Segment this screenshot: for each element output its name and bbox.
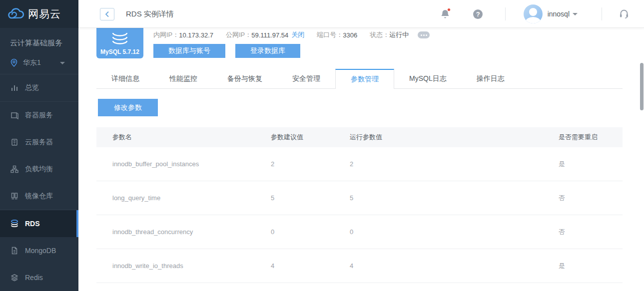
param-running: 5 xyxy=(350,194,559,202)
sidebar-item-label: 云服务器 xyxy=(25,138,53,147)
registry-icon xyxy=(10,192,19,201)
sidebar-item-label: Redis xyxy=(25,274,43,282)
database-cylinder-icon xyxy=(109,32,131,47)
database-icon xyxy=(10,219,19,228)
question-icon: ? xyxy=(473,9,483,19)
sidebar-item-overview[interactable]: 总览 xyxy=(0,74,78,101)
sidebar-item-container-service[interactable]: 容器服务 xyxy=(0,102,78,129)
avatar[interactable] xyxy=(524,4,543,23)
back-button[interactable] xyxy=(100,8,114,20)
user-menu[interactable]: innosql xyxy=(548,10,570,18)
region-label: 华东1 xyxy=(23,58,41,67)
sidebar-item-rds[interactable]: RDS xyxy=(0,210,78,237)
tab-backup-restore[interactable]: 备份与恢复 xyxy=(212,69,277,89)
headset-icon xyxy=(619,9,629,19)
top-header: RDS 实例详情 ? innosql xyxy=(78,0,644,28)
bar-chart-icon xyxy=(10,83,19,92)
cloud-logo-icon xyxy=(7,7,24,20)
param-name: long_query_time xyxy=(112,194,271,202)
table-row: long_query_time 5 5 否 xyxy=(96,181,623,215)
notification-badge xyxy=(447,8,451,11)
chevron-down-icon xyxy=(60,62,65,64)
sidebar-item-label: 容器服务 xyxy=(25,111,53,120)
tab-security[interactable]: 安全管理 xyxy=(277,69,335,89)
public-ip-label: 公网IP： xyxy=(226,30,251,39)
table-row: innodb_thread_concurrency 0 0 否 xyxy=(96,215,623,249)
param-running: 2 xyxy=(350,160,559,168)
param-restart: 否 xyxy=(559,194,623,203)
column-header-suggested: 参数建议值 xyxy=(271,133,350,142)
param-running: 0 xyxy=(350,228,559,236)
sidebar-item-load-balancer[interactable]: 负载均衡 xyxy=(0,156,78,183)
column-header-name: 参数名 xyxy=(112,133,271,142)
server-icon xyxy=(10,138,19,147)
public-ip-value: 59.111.97.54 xyxy=(251,31,288,39)
status-value: 运行中 xyxy=(389,30,409,39)
brand-name: 网易云 xyxy=(28,7,61,21)
table-row: innodb_write_io_threads 4 4 是 xyxy=(96,249,623,283)
param-name: innodb_buffer_pool_instances xyxy=(112,160,271,168)
vertical-scrollbar[interactable] xyxy=(640,63,644,110)
topbar-actions: ? innosql xyxy=(439,0,644,28)
main-content: MySQL 5.7.12 内网IP： 10.173.32.7 公网IP： 59.… xyxy=(78,28,644,291)
tab-performance[interactable]: 性能监控 xyxy=(154,69,212,89)
brand-logo[interactable]: 网易云 xyxy=(0,0,78,28)
column-header-restart: 是否需要重启 xyxy=(559,133,623,142)
sidebar-item-cloud-server[interactable]: 云服务器 xyxy=(0,129,78,156)
sidebar-item-label: 镜像仓库 xyxy=(25,192,53,201)
sidebar-section-label: 云计算基础服务 xyxy=(0,34,78,52)
help-button[interactable]: ? xyxy=(472,8,484,20)
param-restart: 是 xyxy=(559,160,623,169)
login-database-button[interactable]: 登录数据库 xyxy=(235,44,300,58)
sidebar: 网易云 云计算基础服务 华东1 总览 容器服务 云服务器 xyxy=(0,0,78,291)
detail-tabs: 详细信息 性能监控 备份与恢复 安全管理 参数管理 MySQL日志 操作日志 xyxy=(96,69,623,89)
sidebar-item-label: 负载均衡 xyxy=(25,165,53,174)
close-public-ip-link[interactable]: 关闭 xyxy=(291,30,304,39)
intranet-ip-value: 10.173.32.7 xyxy=(179,31,213,39)
tab-operation-log[interactable]: 操作日志 xyxy=(462,69,520,89)
page-title: RDS 实例详情 xyxy=(126,9,174,19)
param-suggested: 4 xyxy=(271,262,350,270)
port-label: 端口号： xyxy=(317,30,343,39)
chevron-left-icon xyxy=(105,11,109,17)
document-icon xyxy=(10,246,19,255)
param-restart: 是 xyxy=(559,262,623,271)
load-balancer-icon xyxy=(10,165,19,174)
notifications-button[interactable] xyxy=(439,8,451,20)
sidebar-item-registry[interactable]: 镜像仓库 xyxy=(0,183,78,210)
chevron-down-icon[interactable] xyxy=(573,13,578,15)
param-name: innodb_thread_concurrency xyxy=(112,228,271,236)
sidebar-item-mongodb[interactable]: MongoDB xyxy=(0,237,78,264)
modify-parameters-button[interactable]: 修改参数 xyxy=(98,99,158,116)
instance-info-row: 内网IP： 10.173.32.7 公网IP： 59.111.97.54 关闭 … xyxy=(153,30,430,39)
status-label: 状态： xyxy=(370,30,389,39)
sidebar-item-label: MongoDB xyxy=(25,247,56,255)
engine-version: MySQL 5.7.12 xyxy=(100,48,139,55)
tab-mysql-log[interactable]: MySQL日志 xyxy=(394,69,462,89)
parameters-table: 参数名 参数建议值 运行参数值 是否需要重启 innodb_buffer_poo… xyxy=(96,127,623,283)
param-running: 4 xyxy=(350,262,559,270)
table-row: innodb_buffer_pool_instances 2 2 是 xyxy=(96,147,623,181)
param-suggested: 2 xyxy=(271,160,350,168)
avatar-body xyxy=(526,17,541,23)
param-suggested: 0 xyxy=(271,228,350,236)
region-selector[interactable]: 华东1 xyxy=(0,52,78,74)
intranet-ip-label: 内网IP： xyxy=(153,30,179,39)
databases-accounts-button[interactable]: 数据库与账号 xyxy=(153,44,225,58)
more-actions-button[interactable] xyxy=(418,31,430,38)
divider xyxy=(505,7,506,20)
layers-icon xyxy=(10,273,19,282)
container-icon xyxy=(10,111,19,120)
avatar-head xyxy=(529,8,537,16)
tab-parameters[interactable]: 参数管理 xyxy=(335,69,394,89)
instance-engine-badge: MySQL 5.7.12 xyxy=(96,28,143,58)
param-restart: 否 xyxy=(559,228,623,237)
location-pin-icon xyxy=(10,58,18,67)
sidebar-item-redis[interactable]: Redis xyxy=(0,264,78,291)
table-header-row: 参数名 参数建议值 运行参数值 是否需要重启 xyxy=(96,127,623,147)
support-button[interactable] xyxy=(618,8,630,20)
param-suggested: 5 xyxy=(271,194,350,202)
column-header-running: 运行参数值 xyxy=(350,133,559,142)
sidebar-item-label: 总览 xyxy=(25,83,39,92)
tab-detail-info[interactable]: 详细信息 xyxy=(96,69,154,89)
